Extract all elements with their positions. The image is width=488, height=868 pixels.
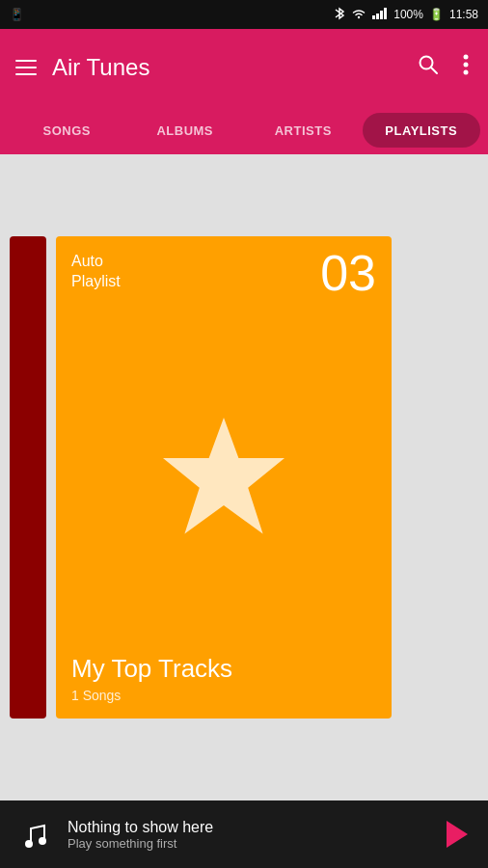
playlist-bottom: My Top Tracks 1 Songs: [71, 654, 376, 703]
battery-icon: 🔋: [429, 8, 444, 21]
more-button[interactable]: [459, 49, 473, 86]
now-playing-text: Nothing to show here Play something firs…: [68, 819, 424, 851]
search-button[interactable]: [413, 49, 444, 86]
tab-playlists[interactable]: PLAYLISTS: [363, 113, 481, 148]
playlist-label: AutoPlaylist: [71, 252, 121, 292]
play-button[interactable]: [438, 817, 473, 852]
music-note-icon: [15, 815, 54, 854]
svg-rect-4: [384, 8, 387, 19]
svg-point-12: [39, 837, 46, 845]
svg-marker-10: [163, 418, 285, 533]
status-bar: 📱 100% 🔋 11:58: [0, 0, 488, 29]
now-playing-bar: Nothing to show here Play something firs…: [0, 800, 488, 868]
status-left: 📱: [10, 8, 24, 21]
svg-point-11: [25, 840, 33, 848]
tab-songs[interactable]: SONGS: [8, 113, 126, 148]
svg-rect-3: [380, 11, 383, 19]
phone-icon: 📱: [10, 8, 24, 21]
time-display: 11:58: [449, 8, 478, 21]
play-triangle-icon: [447, 821, 468, 848]
svg-point-8: [464, 63, 469, 68]
toolbar: Air Tunes: [0, 29, 488, 106]
playlist-count: 1 Songs: [71, 688, 376, 703]
signal-icon: [372, 8, 388, 22]
svg-rect-1: [372, 15, 375, 19]
status-right: 100% 🔋 11:58: [334, 7, 478, 23]
battery-status: 100%: [393, 8, 423, 21]
playlist-name: My Top Tracks: [71, 654, 376, 684]
playlist-number: 03: [320, 244, 376, 302]
svg-line-6: [431, 68, 437, 73]
playlist-card[interactable]: AutoPlaylist 03 My Top Tracks 1 Songs: [56, 236, 392, 719]
svg-point-0: [358, 15, 360, 17]
card-header: AutoPlaylist 03: [71, 252, 376, 302]
now-playing-title: Nothing to show here: [68, 819, 424, 836]
star-icon: [156, 411, 291, 546]
tabs-bar: SONGS ALBUMS ARTISTS PLAYLISTS: [0, 106, 488, 154]
tab-albums[interactable]: ALBUMS: [126, 113, 245, 148]
app-title: Air Tunes: [52, 54, 397, 81]
star-container: [71, 302, 376, 654]
bluetooth-icon: [334, 7, 345, 23]
svg-point-9: [464, 70, 469, 75]
wifi-icon: [351, 8, 366, 22]
tab-artists[interactable]: ARTISTS: [244, 113, 363, 148]
partial-card: [10, 236, 46, 719]
content-area: AutoPlaylist 03 My Top Tracks 1 Songs: [0, 154, 488, 800]
now-playing-subtitle: Play something first: [68, 836, 424, 851]
svg-rect-2: [376, 14, 379, 19]
menu-button[interactable]: [15, 60, 37, 75]
svg-point-7: [464, 55, 469, 60]
